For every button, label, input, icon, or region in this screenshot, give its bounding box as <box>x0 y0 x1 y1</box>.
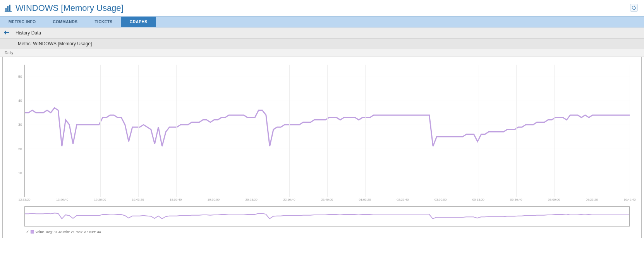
bar-chart-icon <box>5 4 12 13</box>
main-chart: 1020304050 12:33:2013:56:4015:20:0016:43… <box>24 65 630 204</box>
chart-legend: ✓ value- avg: 31.48 min: 21 max: 37 curr… <box>26 230 630 234</box>
x-axis: 12:33:2013:56:4015:20:0016:43:2018:06:40… <box>24 198 630 204</box>
y-tick-label: 50 <box>18 75 22 79</box>
back-arrow-icon[interactable] <box>4 30 9 36</box>
tab-commands[interactable]: COMMANDS <box>45 17 86 27</box>
x-tick-label: 15:20:00 <box>94 198 106 201</box>
tabs-bar: METRIC INFO COMMANDS TICKETS GRAPHS <box>0 16 644 27</box>
x-tick-label: 18:06:40 <box>170 198 182 201</box>
x-tick-label: 05:13:20 <box>472 198 484 201</box>
period-bar: Daily <box>0 49 644 57</box>
x-tick-label: 10:46:40 <box>623 198 635 201</box>
x-tick-label: 23:40:00 <box>321 198 333 201</box>
y-tick-label: 10 <box>18 171 22 175</box>
legend-text: value- avg: 31.48 min: 21 max: 37 curr: … <box>36 230 101 234</box>
x-tick-label: 02:26:40 <box>397 198 409 201</box>
tab-graphs[interactable]: GRAPHS <box>121 17 156 27</box>
x-tick-label: 22:16:40 <box>283 198 295 201</box>
tab-metric-info[interactable]: METRIC INFO <box>0 17 45 27</box>
history-bar: History Data <box>0 27 644 39</box>
legend-check-icon: ✓ <box>26 230 29 234</box>
x-tick-label: 20:53:20 <box>246 198 258 201</box>
history-label: History Data <box>15 30 41 36</box>
metric-title-bar: Metric: WINDOWS [Memory Usage] <box>0 39 644 49</box>
metric-title: Metric: WINDOWS [Memory Usage] <box>18 41 92 46</box>
y-tick-label: 20 <box>18 147 22 151</box>
x-tick-label: 09:23:20 <box>586 198 598 201</box>
svg-rect-2 <box>9 5 10 11</box>
x-tick-label: 16:43:20 <box>132 198 144 201</box>
tab-tickets[interactable]: TICKETS <box>86 17 121 27</box>
x-tick-label: 03:50:00 <box>434 198 447 201</box>
overview-chart[interactable] <box>24 206 630 227</box>
legend-swatch <box>31 230 34 233</box>
svg-rect-1 <box>7 6 9 11</box>
chart-container: 1020304050 12:33:2013:56:4015:20:0016:43… <box>2 57 642 238</box>
svg-rect-3 <box>5 11 12 12</box>
x-tick-label: 13:56:40 <box>56 198 68 201</box>
y-tick-label: 40 <box>18 99 22 103</box>
plot-area[interactable] <box>24 65 630 197</box>
x-tick-label: 08:00:00 <box>548 198 560 201</box>
x-tick-label: 01:03:20 <box>359 198 371 201</box>
y-axis: 1020304050 <box>14 65 24 197</box>
y-tick-label: 30 <box>18 123 22 127</box>
svg-rect-0 <box>5 8 7 11</box>
refresh-button[interactable] <box>630 4 638 12</box>
x-tick-label: 12:33:20 <box>18 198 30 201</box>
page-title: WINDOWS [Memory Usage] <box>15 3 124 13</box>
x-tick-label: 19:30:00 <box>208 198 220 201</box>
x-tick-label: 06:36:40 <box>510 198 522 201</box>
period-label: Daily <box>5 51 13 55</box>
overview-series-line <box>25 213 629 219</box>
page-header: WINDOWS [Memory Usage] <box>0 0 644 16</box>
